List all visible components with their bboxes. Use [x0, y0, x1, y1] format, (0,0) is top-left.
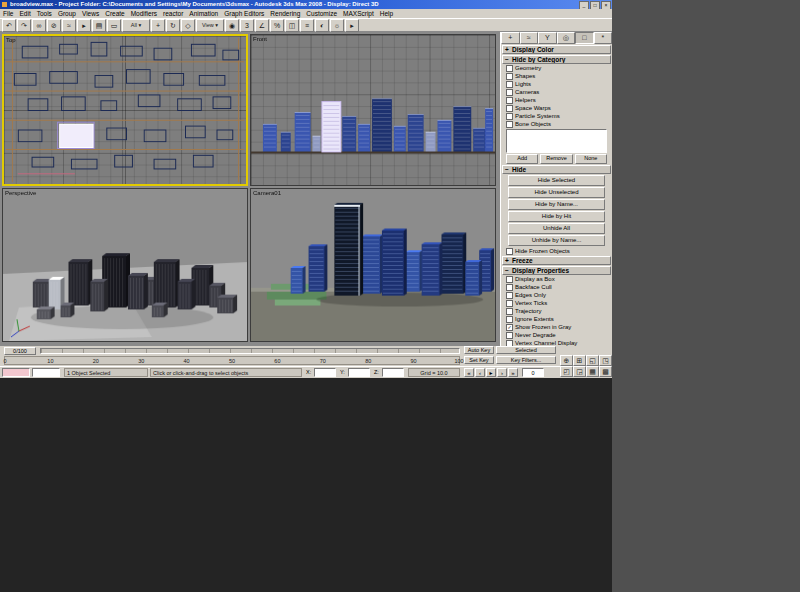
viewport-front-canvas[interactable] — [251, 35, 495, 185]
pan-button[interactable]: ◲ — [573, 366, 586, 377]
hide-selected-button[interactable]: Hide Selected — [508, 175, 605, 186]
viewport-top[interactable]: Top — [2, 34, 248, 186]
viewport-perspective-label[interactable]: Perspective — [5, 190, 36, 196]
unhide-all-button[interactable]: Unhide All — [508, 223, 605, 234]
property-display-as-box[interactable]: Display as Box — [501, 275, 612, 283]
time-slider-track[interactable] — [40, 348, 460, 354]
ref-coord-dropdown[interactable]: View ▾ — [196, 19, 224, 32]
category-particle-systems[interactable]: Particle Systems — [501, 112, 612, 120]
select-link-icon[interactable]: ∞ — [32, 19, 46, 32]
hide-frozen-objects-checkbox[interactable]: Hide Frozen Objects — [501, 247, 612, 255]
unhide-by-name-button[interactable]: Unhide by Name... — [508, 235, 605, 246]
zoom-all-button[interactable]: ⊞ — [573, 355, 586, 366]
quick-render-icon[interactable]: ▸ — [345, 19, 359, 32]
key-filters-button[interactable]: Key Filters... — [496, 356, 556, 364]
rollout-hide-by-category[interactable]: − Hide by Category — [502, 55, 611, 64]
render-setup-icon[interactable]: ☼ — [330, 19, 344, 32]
property-vertex-ticks[interactable]: Vertex Ticks — [501, 299, 612, 307]
category-geometry[interactable]: Geometry — [501, 64, 612, 72]
x-coord-field[interactable] — [314, 368, 336, 377]
select-object-icon[interactable]: ▸ — [77, 19, 91, 32]
rollout-display-color[interactable]: + Display Color — [502, 45, 611, 54]
current-frame-field[interactable]: 0 — [522, 368, 544, 377]
menu-graph-editors[interactable]: Graph Editors — [221, 10, 267, 17]
select-move-icon[interactable]: + — [151, 19, 165, 32]
rollout-display-properties[interactable]: − Display Properties — [502, 266, 611, 275]
menu-file[interactable]: File — [0, 10, 16, 17]
time-slider-handle[interactable]: 0/100 — [4, 347, 36, 355]
next-frame-button[interactable]: › — [497, 368, 507, 377]
category-selection-listbox[interactable] — [506, 129, 607, 153]
undo-icon[interactable]: ↶ — [2, 19, 16, 32]
y-coord-field[interactable] — [348, 368, 370, 377]
viewport-camera-canvas[interactable] — [251, 189, 495, 341]
rect-select-icon[interactable]: ▭ — [107, 19, 121, 32]
viewport-perspective[interactable]: Perspective — [2, 188, 248, 342]
previous-frame-button[interactable]: ‹ — [475, 368, 485, 377]
menu-customize[interactable]: Customize — [303, 10, 340, 17]
property-vertex-channel-display[interactable]: Vertex Channel Display — [501, 339, 612, 346]
selection-filter-dropdown[interactable]: All ▾ — [122, 19, 150, 32]
zoom-extents-all-button[interactable]: ◳ — [599, 355, 612, 366]
rollout-freeze[interactable]: + Freeze — [502, 256, 611, 265]
viewport-camera-label[interactable]: Camera01 — [253, 190, 281, 196]
viewport-perspective-canvas[interactable] — [3, 189, 247, 341]
menu-rendering[interactable]: Rendering — [267, 10, 303, 17]
category-shapes[interactable]: Shapes — [501, 72, 612, 80]
angle-snap-icon[interactable]: ∠ — [255, 19, 269, 32]
tab-create[interactable]: + — [501, 32, 520, 44]
category-helpers[interactable]: Helpers — [501, 96, 612, 104]
tab-modify[interactable]: ≈ — [520, 32, 539, 44]
unlink-icon[interactable]: ⊘ — [47, 19, 61, 32]
menu-group[interactable]: Group — [55, 10, 79, 17]
menu-views[interactable]: Views — [79, 10, 102, 17]
auto-key-button[interactable]: Auto Key — [464, 346, 494, 354]
viewport-front[interactable]: Front — [250, 34, 496, 186]
percent-snap-icon[interactable]: % — [270, 19, 284, 32]
hide-unselected-button[interactable]: Hide Unselected — [508, 187, 605, 198]
redo-icon[interactable]: ↷ — [17, 19, 31, 32]
menu-maxscript[interactable]: MAXScript — [340, 10, 377, 17]
remove-button[interactable]: Remove — [540, 154, 572, 164]
maxscript-mini-listener-macro[interactable] — [2, 368, 30, 377]
zoom-button[interactable]: ⊕ — [560, 355, 573, 366]
rollout-hide[interactable]: − Hide — [502, 165, 611, 174]
category-space-warps[interactable]: Space Warps — [501, 104, 612, 112]
viewport-front-label[interactable]: Front — [253, 36, 267, 42]
field-of-view-button[interactable]: ◰ — [560, 366, 573, 377]
select-by-name-icon[interactable]: ▤ — [92, 19, 106, 32]
menu-help[interactable]: Help — [377, 10, 396, 17]
hide-by-name-button[interactable]: Hide by Name... — [508, 199, 605, 210]
key-mode-dropdown[interactable]: Selected — [496, 346, 556, 354]
arc-rotate-button[interactable]: ▦ — [586, 366, 599, 377]
category-bone-objects[interactable]: Bone Objects — [501, 120, 612, 128]
viewport-top-canvas[interactable] — [4, 36, 246, 184]
category-lights[interactable]: Lights — [501, 80, 612, 88]
select-rotate-icon[interactable]: ↻ — [166, 19, 180, 32]
maxscript-mini-listener[interactable] — [32, 368, 60, 377]
property-ignore-extents[interactable]: Ignore Extents — [501, 315, 612, 323]
menu-reactor[interactable]: reactor — [160, 10, 186, 17]
go-to-start-button[interactable]: « — [464, 368, 474, 377]
frame-ruler[interactable]: 0102030405060708090100 — [4, 356, 460, 365]
property-show-frozen-in-gray[interactable]: ✓Show Frozen in Gray — [501, 323, 612, 331]
zoom-extents-button[interactable]: ◱ — [586, 355, 599, 366]
menu-create[interactable]: Create — [102, 10, 128, 17]
material-editor-icon[interactable]: ◐ — [315, 19, 329, 32]
go-to-end-button[interactable]: » — [508, 368, 518, 377]
set-key-button[interactable]: Set Key — [464, 356, 494, 364]
menu-animation[interactable]: Animation — [186, 10, 221, 17]
menu-modifiers[interactable]: Modifiers — [128, 10, 160, 17]
use-pivot-icon[interactable]: ◉ — [225, 19, 239, 32]
add-button[interactable]: Add — [506, 154, 538, 164]
property-trajectory[interactable]: Trajectory — [501, 307, 612, 315]
tab-motion[interactable]: ◎ — [557, 32, 576, 44]
align-icon[interactable]: ≡ — [300, 19, 314, 32]
property-edges-only[interactable]: Edges Only — [501, 291, 612, 299]
bind-spacewarp-icon[interactable]: ≈ — [62, 19, 76, 32]
snap-toggle-icon[interactable]: 3 — [240, 19, 254, 32]
category-cameras[interactable]: Cameras — [501, 88, 612, 96]
play-animation-button[interactable]: ▸ — [486, 368, 496, 377]
property-never-degrade[interactable]: Never Degrade — [501, 331, 612, 339]
tab-hierarchy[interactable]: Y — [538, 32, 557, 44]
